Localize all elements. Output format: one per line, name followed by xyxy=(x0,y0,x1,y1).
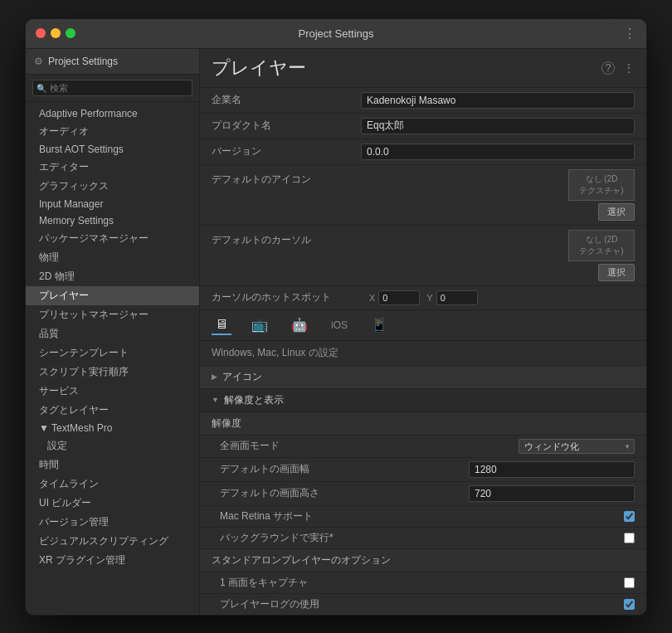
sidebar-item-audio[interactable]: オーディオ xyxy=(26,122,199,141)
sidebar-item-input-manager[interactable]: Input Manager xyxy=(26,196,199,212)
window-title: Project Settings xyxy=(298,27,373,40)
platform-tab-windows[interactable]: 🖥 xyxy=(212,315,231,335)
mac-retina-row: Mac Retina サポート xyxy=(200,506,646,528)
background-run-checkbox[interactable] xyxy=(624,533,635,543)
icon-section-arrow: ▶ xyxy=(212,372,217,381)
maximize-button[interactable] xyxy=(66,28,75,38)
gear-icon: ⚙ xyxy=(34,56,43,67)
default-height-row: デフォルトの画面高さ xyxy=(200,482,646,506)
platform-tab-ios[interactable]: iOS xyxy=(328,318,351,333)
sidebar-header: ⚙ Project Settings xyxy=(26,49,199,75)
default-icon-placeholder: なし (2Dテクスチャ) xyxy=(568,169,635,201)
minimize-button[interactable] xyxy=(51,28,61,38)
default-width-input[interactable] xyxy=(469,461,635,478)
version-label: バージョン xyxy=(212,144,361,158)
main-content: ⚙ Project Settings 🔍 Adaptive Performanc… xyxy=(26,49,646,615)
background-run-label: バックグラウンドで実行* xyxy=(220,531,624,545)
sidebar-item-memory-settings[interactable]: Memory Settings xyxy=(26,212,199,229)
sidebar-item-script-order[interactable]: スクリプト実行順序 xyxy=(26,363,199,382)
default-height-input[interactable] xyxy=(469,485,635,502)
resolution-section-arrow: ▼ xyxy=(212,396,219,404)
default-cursor-field: デフォルトのカーソル なし (2Dテクスチャ) 選択 xyxy=(200,226,646,286)
sidebar-item-player[interactable]: プレイヤー xyxy=(26,286,199,305)
mac-retina-label: Mac Retina サポート xyxy=(220,509,624,523)
icon-section-header[interactable]: ▶ アイコン xyxy=(200,366,646,389)
help-icon[interactable]: ? xyxy=(601,61,615,75)
sidebar-item-time[interactable]: 時間 xyxy=(26,455,199,475)
sidebar-item-services[interactable]: サービス xyxy=(26,382,199,401)
version-input[interactable] xyxy=(361,144,635,160)
sidebar-item-textmesh-settings[interactable]: 設定 xyxy=(26,436,199,455)
header-icons: ? ⋮ xyxy=(601,61,635,75)
default-cursor-label: デフォルトのカーソル xyxy=(212,230,361,247)
sidebar-item-preset-manager[interactable]: プリセットマネージャー xyxy=(26,305,199,324)
hotspot-label: カーソルのホットスポット xyxy=(212,290,361,304)
search-input[interactable] xyxy=(32,80,192,96)
standalone-subsection-header: スタンドアロンプレイヤーのオプション xyxy=(200,549,646,572)
traffic-lights xyxy=(36,28,75,38)
default-cursor-placeholder: なし (2Dテクスチャ) xyxy=(568,230,635,261)
sidebar: ⚙ Project Settings 🔍 Adaptive Performanc… xyxy=(26,49,200,615)
content-area: プレイヤー ? ⋮ 企業名 プロダクト名 xyxy=(200,49,646,615)
sidebar-item-scene-template[interactable]: シーンテンプレート xyxy=(26,343,199,363)
sidebar-item-ui-builder[interactable]: UI ビルダー xyxy=(26,494,199,513)
sidebar-item-package-manager[interactable]: パッケージマネージャー xyxy=(26,229,199,248)
sidebar-item-editor[interactable]: エディター xyxy=(26,158,199,177)
sidebar-item-graphics[interactable]: グラフィックス xyxy=(26,177,199,196)
fullscreen-mode-row: 全画面モード ウィンドウ化 排他的全画面 全画面ウィンドウ xyxy=(200,436,646,458)
hotspot-x-input[interactable] xyxy=(378,290,420,305)
sidebar-item-burst-aot[interactable]: Burst AOT Settings xyxy=(26,141,199,158)
sidebar-item-physics[interactable]: 物理 xyxy=(26,248,199,267)
hotspot-y-label: Y xyxy=(426,293,432,303)
default-cursor-right: なし (2Dテクスチャ) 選択 xyxy=(361,230,635,281)
default-width-row: デフォルトの画面幅 xyxy=(200,458,646,482)
platform-tabs: 🖥 📺 🤖 iOS 📱 xyxy=(200,310,646,341)
content-title: プレイヤー xyxy=(212,56,306,80)
product-name-input[interactable] xyxy=(361,118,635,134)
sidebar-item-adaptive-performance[interactable]: Adaptive Performance xyxy=(26,105,199,122)
default-height-label: デフォルトの画面高さ xyxy=(220,486,469,500)
player-log-checkbox[interactable] xyxy=(624,599,635,610)
platform-tab-android[interactable]: 🤖 xyxy=(288,315,311,334)
sidebar-item-timeline[interactable]: タイムライン xyxy=(26,475,199,494)
capture-screen-label: 1 画面をキャプチャ xyxy=(220,576,624,590)
version-row: バージョン xyxy=(200,139,646,165)
sidebar-item-textmesh-pro[interactable]: ▼ TextMesh Pro xyxy=(26,420,199,436)
content-scroll[interactable]: 企業名 プロダクト名 バージョン デフォルトのアイコン xyxy=(200,88,646,615)
close-button[interactable] xyxy=(36,28,46,38)
hotspot-x-label: X xyxy=(369,293,375,303)
sidebar-search-container: 🔍 xyxy=(26,75,199,102)
hotspot-y-container: Y xyxy=(426,290,477,305)
product-name-label: プロダクト名 xyxy=(212,119,361,133)
capture-screen-checkbox[interactable] xyxy=(624,577,635,588)
platform-tab-tvos[interactable]: 📱 xyxy=(368,315,391,334)
company-name-input[interactable] xyxy=(361,92,635,109)
sidebar-item-tags-layers[interactable]: タグとレイヤー xyxy=(26,401,199,420)
main-window: Project Settings ⋮ ⚙ Project Settings 🔍 … xyxy=(25,18,647,616)
default-icon-select-button[interactable]: 選択 xyxy=(598,203,635,221)
titlebar-menu-icon[interactable]: ⋮ xyxy=(623,26,636,41)
default-icon-field: デフォルトのアイコン なし (2Dテクスチャ) 選択 xyxy=(200,165,646,226)
default-cursor-select-button[interactable]: 選択 xyxy=(598,264,635,281)
resolution-section-header[interactable]: ▼ 解像度と表示 xyxy=(200,389,646,412)
sidebar-item-xr-plugin[interactable]: XR プラグイン管理 xyxy=(26,551,199,570)
hotspot-y-input[interactable] xyxy=(436,290,478,305)
hotspot-fields: X Y xyxy=(369,290,635,305)
sidebar-item-quality[interactable]: 品質 xyxy=(26,324,199,343)
fullscreen-mode-select[interactable]: ウィンドウ化 排他的全画面 全画面ウィンドウ xyxy=(519,439,635,454)
sidebar-item-version-control[interactable]: バージョン管理 xyxy=(26,513,199,532)
platform-tab-tv[interactable]: 📺 xyxy=(248,315,271,334)
player-log-row: プレイヤーログの使用 xyxy=(200,594,646,615)
titlebar: Project Settings ⋮ xyxy=(26,19,646,49)
company-name-label: 企業名 xyxy=(212,93,361,107)
sidebar-item-visual-scripting[interactable]: ビジュアルスクリプティング xyxy=(26,532,199,551)
content-menu-icon[interactable]: ⋮ xyxy=(623,61,635,75)
sidebar-item-physics-2d[interactable]: 2D 物理 xyxy=(26,267,199,286)
search-icon: 🔍 xyxy=(37,83,46,92)
fullscreen-mode-label: 全画面モード xyxy=(220,439,519,453)
company-name-row: 企業名 xyxy=(200,88,646,114)
mac-retina-checkbox[interactable] xyxy=(624,511,635,522)
hotspot-x-container: X xyxy=(369,290,420,305)
icon-section-label: アイコン xyxy=(222,370,262,384)
sidebar-header-title: Project Settings xyxy=(48,56,118,67)
